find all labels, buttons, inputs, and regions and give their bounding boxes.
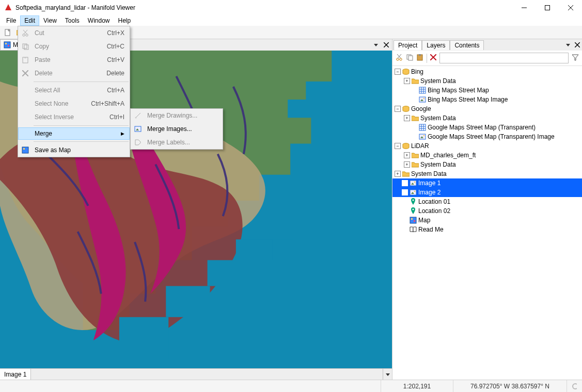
minimize-button[interactable] xyxy=(512,0,536,15)
svg-rect-9 xyxy=(5,43,7,44)
tree-node-lidar[interactable]: − LiDAR xyxy=(392,141,582,151)
expand-icon[interactable]: + xyxy=(404,78,410,84)
separator xyxy=(34,125,129,126)
edit-menu-select-all[interactable]: Select All Ctrl+A xyxy=(18,84,130,97)
tree-node-bing-street-img[interactable]: Bing Maps Street Map Image xyxy=(392,95,582,104)
image-footer-dropdown[interactable] xyxy=(383,369,392,380)
filter-icon[interactable] xyxy=(572,54,579,62)
tree-node-google[interactable]: − Google xyxy=(392,104,582,113)
svg-rect-32 xyxy=(408,56,413,60)
edit-menu-cut[interactable]: Cut Ctrl+X xyxy=(18,26,130,40)
datasource-icon xyxy=(402,105,410,113)
tree-node-lidar-md[interactable]: + MD_charles_dem_ft xyxy=(392,151,582,160)
menu-file[interactable]: File xyxy=(2,15,20,26)
svg-rect-22 xyxy=(119,317,168,358)
app-icon xyxy=(4,4,12,12)
folder-icon xyxy=(411,114,419,122)
menu-help[interactable]: Help xyxy=(114,15,135,26)
svg-point-63 xyxy=(413,200,414,201)
tree-node-image2[interactable]: Image 2 xyxy=(392,188,582,197)
side-tab-close[interactable] xyxy=(573,42,582,47)
folder-icon xyxy=(411,151,419,159)
cut-icon[interactable] xyxy=(396,54,403,62)
merge-images[interactable]: Merge Images... xyxy=(131,122,223,136)
expand-icon[interactable]: + xyxy=(404,161,410,168)
collapse-icon[interactable]: − xyxy=(395,143,401,149)
menu-view[interactable]: View xyxy=(39,15,61,26)
svg-marker-23 xyxy=(386,373,390,376)
new-button[interactable] xyxy=(2,27,13,38)
tree-node-image1[interactable]: Image 1 xyxy=(392,178,582,188)
tab-layers[interactable]: Layers xyxy=(422,40,450,50)
menu-window[interactable]: Window xyxy=(84,15,114,26)
edit-menu-select-inverse[interactable]: Select Inverse Ctrl+I xyxy=(18,110,130,124)
merge-submenu: Merge Drawings... Merge Images... Merge … xyxy=(130,108,223,150)
copy-icon[interactable] xyxy=(406,54,413,62)
menu-tools[interactable]: Tools xyxy=(61,15,84,26)
tree-node-google-street-img[interactable]: Google Maps Street Map (Transparent) Ima… xyxy=(392,132,582,141)
book-icon xyxy=(409,225,417,234)
svg-rect-21 xyxy=(166,286,210,317)
edit-menu-copy[interactable]: Copy Ctrl+C xyxy=(18,40,130,53)
tree-node-bing-system[interactable]: + System Data xyxy=(392,76,582,86)
folder-icon xyxy=(411,77,419,85)
pin-icon xyxy=(409,207,417,215)
expand-icon[interactable]: + xyxy=(404,152,410,158)
svg-point-27 xyxy=(397,58,399,60)
tree-node-loc1[interactable]: Location 01 xyxy=(392,197,582,206)
drawings-icon xyxy=(133,112,143,119)
paste-icon[interactable] xyxy=(416,54,423,62)
svg-point-70 xyxy=(26,34,28,36)
tree-node-google-system[interactable]: + System Data xyxy=(392,113,582,123)
filter-input[interactable] xyxy=(439,53,569,63)
svg-rect-76 xyxy=(24,57,26,58)
tab-contents[interactable]: Contents xyxy=(450,40,484,50)
tree-node-google-street[interactable]: Google Maps Street Map (Transparent) xyxy=(392,123,582,132)
tab-project[interactable]: Project xyxy=(394,40,422,50)
svg-rect-16 xyxy=(311,81,342,97)
merge-drawings[interactable]: Merge Drawings... xyxy=(131,109,223,122)
svg-point-68 xyxy=(573,384,577,389)
image-footer-tab[interactable]: Image 1 xyxy=(0,369,31,380)
svg-rect-79 xyxy=(22,147,28,153)
tree-node-bing[interactable]: − Bing xyxy=(392,67,582,76)
side-tabs: Project Layers Contents xyxy=(392,39,582,51)
maximize-button[interactable] xyxy=(536,0,559,15)
svg-point-46 xyxy=(423,98,424,99)
merge-labels[interactable]: Merge Labels... xyxy=(131,136,223,149)
edit-menu-select-none[interactable]: Select None Ctrl+Shift+A xyxy=(18,97,130,110)
folder-icon xyxy=(402,170,410,178)
tree-node-loc2[interactable]: Location 02 xyxy=(392,206,582,216)
edit-menu-save-as-map[interactable]: Save as Map xyxy=(18,143,130,157)
image-icon xyxy=(409,179,417,187)
project-tree[interactable]: − Bing + System Data Bing Maps Street Ma… xyxy=(392,66,582,380)
separator xyxy=(34,141,129,142)
tree-node-readme[interactable]: Read Me xyxy=(392,225,582,234)
edit-menu-delete[interactable]: Delete Delete xyxy=(18,67,130,80)
tree-node-lidar-system[interactable]: + System Data xyxy=(392,160,582,169)
delete-icon[interactable] xyxy=(430,54,436,62)
map-tab-dropdown[interactable] xyxy=(371,39,381,51)
tree-node-system-root[interactable]: + System Data xyxy=(392,169,582,178)
svg-marker-0 xyxy=(5,4,11,10)
status-indicator xyxy=(567,380,582,392)
collapse-icon[interactable]: − xyxy=(395,69,401,75)
svg-rect-10 xyxy=(8,45,9,46)
expand-icon[interactable]: + xyxy=(395,171,401,177)
map-tab-close[interactable] xyxy=(381,39,392,51)
svg-rect-2 xyxy=(545,6,549,10)
edit-menu-merge[interactable]: Merge ▶ xyxy=(18,127,130,140)
expand-icon[interactable]: + xyxy=(404,115,410,121)
image-icon xyxy=(418,133,427,141)
side-tab-dropdown[interactable] xyxy=(563,43,573,47)
tree-node-map[interactable]: Map xyxy=(392,216,582,225)
close-button[interactable] xyxy=(559,0,582,15)
edit-menu-paste[interactable]: Paste Ctrl+V xyxy=(18,53,130,67)
collapse-icon[interactable]: − xyxy=(395,106,401,112)
tree-node-bing-street[interactable]: Bing Maps Street Map xyxy=(392,86,582,95)
svg-rect-20 xyxy=(208,260,239,286)
svg-line-30 xyxy=(397,54,401,58)
image-footer: Image 1 xyxy=(0,368,392,380)
menu-edit[interactable]: Edit xyxy=(20,15,39,26)
svg-rect-39 xyxy=(419,87,426,93)
